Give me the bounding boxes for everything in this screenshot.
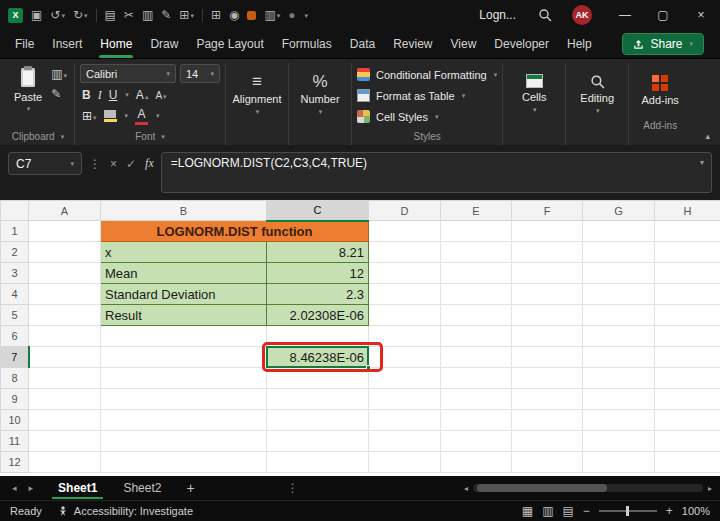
alignment-button[interactable]: ≡ Alignment ▾: [231, 63, 283, 125]
label-cell-stdev[interactable]: Standard Deviation: [101, 284, 267, 305]
cell[interactable]: [583, 368, 655, 389]
cell[interactable]: [441, 284, 512, 305]
tab-help[interactable]: Help: [558, 31, 601, 58]
cell-styles-button[interactable]: Cell Styles ▾: [357, 107, 497, 126]
redo-icon[interactable]: ↻▾: [73, 9, 88, 21]
cell[interactable]: [655, 410, 720, 431]
cell[interactable]: [583, 347, 655, 368]
cell[interactable]: [655, 284, 720, 305]
accessibility-status[interactable]: Accessibility: Investigate: [58, 505, 193, 517]
scrollbar-thumb[interactable]: [477, 484, 607, 492]
font-color-button[interactable]: A: [135, 107, 148, 125]
workbook-icon[interactable]: ▤: [105, 9, 116, 21]
column-header-d[interactable]: D: [369, 201, 441, 221]
chart-icon[interactable]: ▥▾: [264, 9, 280, 21]
cell[interactable]: [29, 221, 101, 242]
cell[interactable]: [512, 368, 583, 389]
cell[interactable]: [441, 326, 512, 347]
next-sheet-icon[interactable]: ▸: [29, 483, 34, 493]
cell[interactable]: [29, 263, 101, 284]
cell[interactable]: [583, 431, 655, 452]
cell[interactable]: [369, 410, 441, 431]
row-header-10[interactable]: 10: [1, 410, 29, 431]
cell[interactable]: [101, 326, 267, 347]
cell[interactable]: [369, 431, 441, 452]
tab-review[interactable]: Review: [384, 31, 441, 58]
column-header-g[interactable]: G: [583, 201, 655, 221]
label-cell-mean[interactable]: Mean: [101, 263, 267, 284]
cell[interactable]: [512, 389, 583, 410]
tab-file[interactable]: File: [6, 31, 43, 58]
row-header-7[interactable]: 7: [1, 347, 29, 368]
cell[interactable]: [369, 242, 441, 263]
cell[interactable]: [101, 368, 267, 389]
value-cell-x[interactable]: 8.21: [267, 242, 369, 263]
cell[interactable]: [29, 368, 101, 389]
row-header-6[interactable]: 6: [1, 326, 29, 347]
cell[interactable]: [583, 242, 655, 263]
fill-color-button[interactable]: [104, 110, 117, 122]
cell[interactable]: [101, 410, 267, 431]
cell[interactable]: [29, 431, 101, 452]
cell[interactable]: [655, 452, 720, 473]
cell[interactable]: [441, 221, 512, 242]
cell[interactable]: [441, 368, 512, 389]
table-icon[interactable]: ⊞: [211, 9, 221, 21]
sheet-tab-sheet2[interactable]: Sheet2: [110, 477, 174, 499]
cell[interactable]: [29, 326, 101, 347]
cell[interactable]: [512, 452, 583, 473]
name-box[interactable]: C7 ▾: [8, 152, 82, 175]
select-all-corner[interactable]: [1, 201, 29, 221]
tab-developer[interactable]: Developer: [485, 31, 558, 58]
tab-home[interactable]: Home: [91, 31, 141, 58]
row-header-1[interactable]: 1: [1, 221, 29, 242]
cell[interactable]: [441, 305, 512, 326]
cell[interactable]: [512, 284, 583, 305]
cell[interactable]: [29, 305, 101, 326]
table-title-cell[interactable]: LOGNORM.DIST function: [101, 221, 369, 242]
row-header-9[interactable]: 9: [1, 389, 29, 410]
cells-button[interactable]: Cells ▾: [508, 63, 560, 125]
cell[interactable]: [655, 368, 720, 389]
column-header-b[interactable]: B: [101, 201, 267, 221]
cell[interactable]: [29, 242, 101, 263]
label-cell-x[interactable]: x: [101, 242, 267, 263]
underline-chevron-icon[interactable]: ▾: [125, 91, 129, 99]
cell[interactable]: [441, 263, 512, 284]
cell[interactable]: [29, 347, 101, 368]
share-button[interactable]: Share ▾: [622, 33, 704, 55]
formula-input[interactable]: =LOGNORM.DIST(C2,C3,C4,TRUE) ▾: [161, 152, 712, 193]
cut-icon[interactable]: ✂: [124, 9, 134, 21]
tab-data[interactable]: Data: [341, 31, 384, 58]
cell[interactable]: [267, 431, 369, 452]
cell[interactable]: [101, 347, 267, 368]
row-header-5[interactable]: 5: [1, 305, 29, 326]
prev-sheet-icon[interactable]: ◂: [12, 483, 17, 493]
minimize-button[interactable]: —: [606, 0, 644, 30]
normal-view-icon[interactable]: ▦: [522, 504, 533, 518]
cell[interactable]: [583, 389, 655, 410]
cell[interactable]: [267, 452, 369, 473]
cell[interactable]: [101, 452, 267, 473]
column-header-c[interactable]: C: [267, 201, 369, 221]
cell[interactable]: [655, 242, 720, 263]
borders-button[interactable]: ⊞▾: [82, 109, 97, 123]
paste-button[interactable]: Paste ▾: [7, 63, 49, 115]
cell[interactable]: [101, 389, 267, 410]
cell[interactable]: [583, 284, 655, 305]
row-header-3[interactable]: 3: [1, 263, 29, 284]
tab-draw[interactable]: Draw: [141, 31, 187, 58]
cell[interactable]: [441, 347, 512, 368]
collapse-ribbon-icon[interactable]: ▴: [705, 131, 710, 141]
paste-options-icon[interactable]: ▥▾: [51, 67, 67, 81]
record-macro-icon[interactable]: [247, 11, 256, 20]
zoom-slider[interactable]: [599, 510, 657, 512]
value-cell-stdev[interactable]: 2.3: [267, 284, 369, 305]
cell[interactable]: [655, 347, 720, 368]
row-header-8[interactable]: 8: [1, 368, 29, 389]
cell[interactable]: [101, 431, 267, 452]
sheet-tab-sheet1[interactable]: Sheet1: [45, 477, 110, 499]
shrink-font-button[interactable]: A▾: [155, 88, 166, 102]
scrollbar-track[interactable]: [473, 484, 703, 492]
confirm-entry-button[interactable]: ✓: [126, 157, 136, 171]
